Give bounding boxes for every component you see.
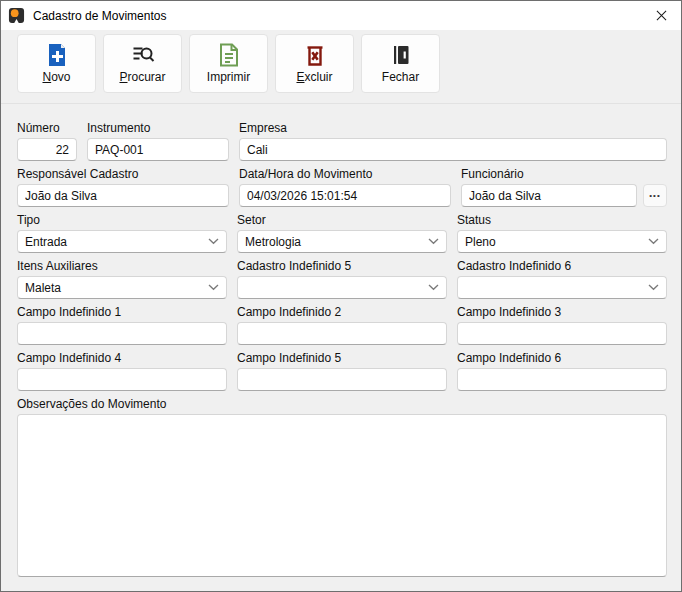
- campo-indefinido-4-field: Campo Indefinido 4: [17, 351, 227, 391]
- itens-auxiliares-label: Itens Auxiliares: [17, 259, 227, 273]
- delete-trash-icon: [303, 43, 327, 67]
- cadastro-indefinido-6-field: Cadastro Indefinido 6: [457, 259, 667, 299]
- excluir-button-label: Excluir: [296, 70, 332, 84]
- setor-label: Setor: [237, 213, 447, 227]
- tipo-select[interactable]: Entrada: [17, 230, 227, 253]
- cadastro-indefinido-5-label: Cadastro Indefinido 5: [237, 259, 447, 273]
- imprimir-button[interactable]: Imprimir: [189, 34, 268, 93]
- novo-button[interactable]: Novo: [17, 34, 96, 93]
- imprimir-button-label: Imprimir: [207, 70, 250, 84]
- chevron-down-icon: [428, 238, 439, 245]
- cadastro-indefinido-5-select[interactable]: [237, 276, 447, 299]
- novo-button-label: Novo: [42, 70, 70, 84]
- chevron-down-icon: [428, 284, 439, 291]
- campo-indefinido-2-input[interactable]: [237, 322, 447, 345]
- campo-indefinido-5-field: Campo Indefinido 5: [237, 351, 447, 391]
- exit-door-icon: [390, 43, 412, 67]
- numero-field: Número: [17, 121, 77, 161]
- datahora-label: Data/Hora do Movimento: [239, 167, 451, 181]
- search-list-icon: [131, 43, 155, 67]
- campo-indefinido-1-input[interactable]: [17, 322, 227, 345]
- status-label: Status: [457, 213, 667, 227]
- datahora-field: Data/Hora do Movimento: [239, 167, 451, 207]
- campo-indefinido-3-label: Campo Indefinido 3: [457, 305, 667, 319]
- fechar-button-label: Fechar: [382, 70, 419, 84]
- responsavel-input[interactable]: [17, 184, 229, 207]
- instrumento-label: Instrumento: [87, 121, 229, 135]
- status-field: Status Pleno: [457, 213, 667, 253]
- empresa-input[interactable]: [239, 138, 667, 161]
- tipo-field: Tipo Entrada: [17, 213, 227, 253]
- instrumento-input[interactable]: [87, 138, 229, 161]
- fechar-button[interactable]: Fechar: [361, 34, 440, 93]
- procurar-button[interactable]: Procurar: [103, 34, 182, 93]
- toolbar: Novo Procurar Imprimir: [1, 30, 681, 104]
- funcionario-field: Funcionário •••: [461, 167, 667, 207]
- chevron-down-icon: [648, 238, 659, 245]
- responsavel-label: Responsável Cadastro: [17, 167, 229, 181]
- campo-indefinido-6-field: Campo Indefinido 6: [457, 351, 667, 391]
- campo-indefinido-2-label: Campo Indefinido 2: [237, 305, 447, 319]
- funcionario-label: Funcionário: [461, 167, 667, 181]
- app-window: Cadastro de Movimentos Novo: [0, 0, 682, 592]
- close-icon: [656, 10, 667, 21]
- campo-indefinido-4-label: Campo Indefinido 4: [17, 351, 227, 365]
- empresa-label: Empresa: [239, 121, 667, 135]
- setor-value: Metrologia: [245, 235, 301, 249]
- status-select[interactable]: Pleno: [457, 230, 667, 253]
- funcionario-input[interactable]: [461, 184, 637, 207]
- itens-auxiliares-field: Itens Auxiliares Maleta: [17, 259, 227, 299]
- observacoes-label: Observações do Movimento: [17, 397, 667, 411]
- campo-indefinido-6-label: Campo Indefinido 6: [457, 351, 667, 365]
- cadastro-indefinido-5-field: Cadastro Indefinido 5: [237, 259, 447, 299]
- chevron-down-icon: [208, 284, 219, 291]
- tipo-label: Tipo: [17, 213, 227, 227]
- itens-auxiliares-value: Maleta: [25, 281, 61, 295]
- numero-label: Número: [17, 121, 77, 135]
- funcionario-browse-button[interactable]: •••: [643, 184, 667, 207]
- numero-input[interactable]: [17, 138, 77, 161]
- campo-indefinido-6-input[interactable]: [457, 368, 667, 391]
- datahora-input[interactable]: [239, 184, 451, 207]
- campo-indefinido-3-field: Campo Indefinido 3: [457, 305, 667, 345]
- itens-auxiliares-select[interactable]: Maleta: [17, 276, 227, 299]
- campo-indefinido-1-label: Campo Indefinido 1: [17, 305, 227, 319]
- window-title: Cadastro de Movimentos: [33, 9, 166, 23]
- campo-indefinido-5-label: Campo Indefinido 5: [237, 351, 447, 365]
- campo-indefinido-3-input[interactable]: [457, 322, 667, 345]
- chevron-down-icon: [208, 238, 219, 245]
- campo-indefinido-4-input[interactable]: [17, 368, 227, 391]
- observacoes-field: Observações do Movimento: [17, 397, 667, 580]
- chevron-down-icon: [648, 284, 659, 291]
- campo-indefinido-2-field: Campo Indefinido 2: [237, 305, 447, 345]
- campo-indefinido-5-input[interactable]: [237, 368, 447, 391]
- print-report-icon: [218, 43, 240, 67]
- new-document-icon: [46, 43, 68, 67]
- instrumento-field: Instrumento: [87, 121, 229, 161]
- procurar-button-label: Procurar: [119, 70, 165, 84]
- empresa-field: Empresa: [239, 121, 667, 161]
- setor-select[interactable]: Metrologia: [237, 230, 447, 253]
- movement-form: Número Instrumento Empresa Responsável C…: [1, 104, 681, 580]
- cadastro-indefinido-6-select[interactable]: [457, 276, 667, 299]
- status-value: Pleno: [465, 235, 496, 249]
- app-logo-icon: [8, 7, 25, 24]
- titlebar: Cadastro de Movimentos: [1, 1, 681, 30]
- setor-field: Setor Metrologia: [237, 213, 447, 253]
- excluir-button[interactable]: Excluir: [275, 34, 354, 93]
- cadastro-indefinido-6-label: Cadastro Indefinido 6: [457, 259, 667, 273]
- observacoes-textarea[interactable]: [17, 414, 667, 577]
- window-close-button[interactable]: [641, 1, 681, 30]
- tipo-value: Entrada: [25, 235, 67, 249]
- responsavel-field: Responsável Cadastro: [17, 167, 229, 207]
- campo-indefinido-1-field: Campo Indefinido 1: [17, 305, 227, 345]
